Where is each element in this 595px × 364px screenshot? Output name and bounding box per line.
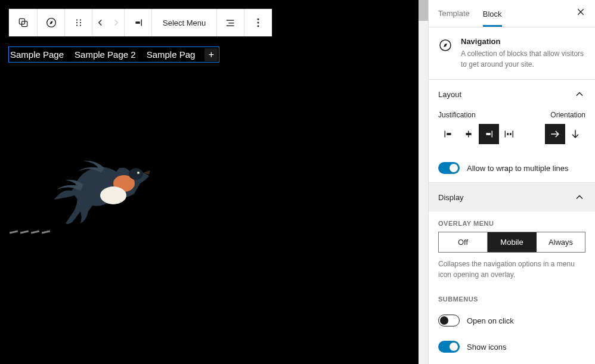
- close-icon: [576, 7, 585, 17]
- open-on-click-label: Open on click: [467, 316, 514, 325]
- svg-rect-31: [510, 133, 512, 135]
- panel-title: Layout: [438, 90, 461, 99]
- justify-space-icon: [503, 127, 516, 141]
- block-toolbar: Select Menu: [8, 8, 272, 37]
- more-options-button[interactable]: [244, 9, 272, 36]
- orientation-horizontal-button[interactable]: [545, 124, 565, 144]
- plus-icon: +: [209, 49, 214, 60]
- overlay-off-button[interactable]: Off: [439, 232, 487, 252]
- block-info: Navigation A collection of blocks that a…: [429, 27, 595, 79]
- submenu-icon: [224, 16, 237, 29]
- orientation-label: Orientation: [550, 111, 585, 119]
- svg-point-3: [76, 19, 77, 20]
- nav-item[interactable]: Sample Page 2: [73, 47, 137, 62]
- overlay-mobile-button[interactable]: Mobile: [487, 232, 536, 252]
- justify-right-button[interactable]: [479, 124, 499, 144]
- nav-item[interactable]: Sample Pag: [145, 47, 197, 62]
- compass-icon: [438, 38, 453, 52]
- justify-right-icon: [482, 127, 495, 141]
- open-on-click-toggle[interactable]: [438, 315, 460, 326]
- justify-left-button[interactable]: [438, 124, 458, 144]
- svg-rect-22: [445, 131, 445, 138]
- justify-center-icon: [462, 127, 475, 141]
- copy-icon: [17, 17, 29, 29]
- wrap-toggle[interactable]: [438, 162, 460, 174]
- display-panel: Display OVERLAY MENU Off Mobile Always C…: [429, 182, 595, 360]
- chevron-up-icon: [574, 88, 585, 100]
- block-type-button[interactable]: [38, 9, 65, 36]
- settings-sidebar: Template Block Navigation A collection o…: [428, 0, 595, 364]
- panel-title: Display: [438, 193, 464, 202]
- more-vertical-icon: [252, 17, 264, 29]
- chevron-left-icon: [95, 17, 106, 28]
- orientation-vertical-button[interactable]: [565, 124, 585, 144]
- wrap-label: Allow to wrap to multiple lines: [467, 164, 569, 173]
- select-menu-button[interactable]: Select Menu: [152, 9, 217, 36]
- sidebar-tabs: Template Block: [429, 0, 595, 27]
- nav-item[interactable]: Sample Page: [9, 47, 65, 62]
- layout-panel-toggle[interactable]: Layout: [429, 80, 595, 108]
- svg-rect-12: [228, 23, 234, 23]
- close-sidebar-button[interactable]: [576, 7, 585, 20]
- compass-icon: [45, 16, 58, 29]
- overlay-menu-group: Off Mobile Always: [438, 232, 585, 253]
- svg-rect-27: [492, 131, 492, 138]
- svg-point-5: [76, 22, 77, 23]
- justify-right-icon: [132, 16, 145, 29]
- arrow-down-icon: [569, 128, 581, 140]
- arrow-right-icon: [549, 128, 561, 140]
- move-left-button[interactable]: [92, 9, 109, 36]
- svg-point-7: [76, 24, 77, 26]
- svg-rect-10: [141, 20, 141, 26]
- navigation-block[interactable]: Sample Page Sample Page 2 Sample Pag +: [8, 46, 219, 63]
- justify-button[interactable]: [125, 9, 152, 36]
- justification-label: Justification: [438, 111, 476, 119]
- justification-group: [438, 124, 519, 144]
- svg-point-18: [100, 186, 126, 204]
- svg-rect-9: [135, 21, 140, 24]
- svg-rect-11: [226, 20, 234, 20]
- svg-point-19: [129, 168, 143, 180]
- svg-rect-23: [447, 133, 451, 135]
- svg-rect-28: [505, 131, 506, 138]
- canvas-scrollbar[interactable]: [419, 0, 428, 364]
- drag-icon: [73, 17, 84, 28]
- select-menu-label: Select Menu: [163, 18, 206, 27]
- drag-handle[interactable]: [65, 9, 92, 36]
- display-panel-toggle[interactable]: Display: [429, 183, 595, 211]
- decorative-lines: [10, 231, 50, 233]
- svg-point-6: [79, 22, 80, 23]
- svg-point-8: [79, 24, 80, 26]
- orientation-group: [545, 124, 585, 144]
- svg-rect-26: [486, 133, 490, 135]
- overlay-menu-label: OVERLAY MENU: [429, 211, 595, 232]
- editor-canvas[interactable]: Select Menu Sample Page Sample Page 2 Sa…: [0, 0, 428, 364]
- move-right-button[interactable]: [109, 9, 125, 36]
- show-icons-toggle[interactable]: [438, 341, 460, 353]
- scrollbar-thumb[interactable]: [419, 0, 428, 21]
- justify-center-button[interactable]: [458, 124, 479, 144]
- add-block-button[interactable]: +: [204, 48, 218, 61]
- justify-space-button[interactable]: [499, 124, 519, 144]
- svg-rect-29: [513, 131, 513, 138]
- block-description: A collection of blocks that allow visito…: [461, 48, 585, 70]
- submenu-button[interactable]: [217, 9, 244, 36]
- overlay-always-button[interactable]: Always: [536, 232, 585, 252]
- justify-left-icon: [442, 127, 455, 141]
- svg-rect-30: [507, 133, 509, 135]
- parent-block-button[interactable]: [9, 9, 38, 36]
- svg-rect-13: [226, 26, 234, 26]
- svg-point-16: [258, 25, 259, 27]
- show-icons-label: Show icons: [467, 343, 506, 351]
- submenus-label: SUBMENUS: [429, 287, 595, 307]
- svg-point-20: [137, 172, 140, 174]
- layout-panel: Layout Justification Orientation: [429, 79, 595, 182]
- svg-point-4: [79, 19, 80, 20]
- chevron-up-icon: [574, 191, 585, 203]
- bird-image: [48, 155, 155, 238]
- overlay-help-text: Collapses the navigation options in a me…: [429, 259, 595, 287]
- tab-template[interactable]: Template: [438, 1, 470, 26]
- svg-rect-25: [466, 133, 471, 135]
- tab-block[interactable]: Block: [483, 1, 502, 27]
- svg-point-15: [258, 22, 259, 24]
